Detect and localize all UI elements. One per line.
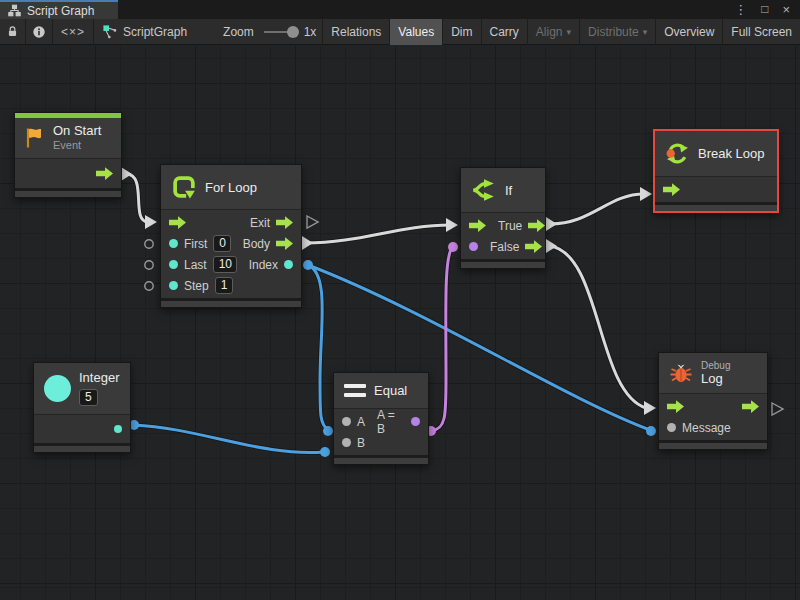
wire-onstart-to-forloop (126, 174, 148, 222)
condition-input-dot[interactable] (469, 242, 478, 251)
integer-output-dot[interactable] (114, 425, 122, 433)
close-icon[interactable]: × (782, 0, 790, 19)
node-if[interactable]: If True False (460, 167, 546, 269)
dim-button[interactable]: Dim (443, 19, 480, 45)
first-value-field[interactable]: 0 (213, 235, 230, 252)
for-loop-icon (171, 174, 197, 200)
port-label-exit: Exit (250, 216, 270, 230)
wire-equal-to-if-false (431, 248, 452, 431)
port-label-last: Last (184, 258, 207, 272)
flow-input-arrow[interactable] (667, 400, 684, 413)
edit-graph-button[interactable]: <×> (53, 19, 93, 45)
node-subtitle: Event (53, 139, 101, 152)
flow-input-arrow[interactable] (663, 183, 680, 196)
message-input-dot[interactable] (667, 423, 676, 432)
port-label-body: Body (243, 237, 270, 251)
break-loop-icon (665, 141, 690, 166)
values-button[interactable]: Values (390, 19, 442, 45)
result-output-dot[interactable] (411, 417, 420, 426)
b-input-dot[interactable] (342, 438, 351, 447)
zoom-slider[interactable] (264, 31, 296, 33)
bug-icon (669, 361, 693, 385)
graph-name-label: ScriptGraph (123, 25, 187, 39)
flow-output-arrow[interactable] (96, 167, 113, 180)
chevron-down-icon: ▾ (567, 27, 572, 37)
false-output-arrow[interactable] (525, 240, 542, 253)
wire-body-to-if (306, 225, 450, 243)
graph-toolbar: <×> ScriptGraph Zoom 1x Relations Values… (0, 19, 800, 45)
distribute-dropdown[interactable]: Distribute▾ (580, 19, 655, 45)
carry-button[interactable]: Carry (482, 19, 527, 45)
wire-true-to-breakloop (550, 194, 644, 224)
node-title: Log (701, 372, 730, 387)
node-on-start[interactable]: On Start Event (14, 112, 122, 198)
tab-title: Script Graph (27, 4, 94, 18)
node-equal[interactable]: Equal A A = B B (333, 372, 429, 465)
flow-input-arrow[interactable] (469, 219, 486, 232)
step-input-dot[interactable] (169, 281, 178, 290)
last-value-field[interactable]: 10 (213, 256, 237, 273)
flag-icon (25, 127, 45, 149)
node-footer (34, 443, 130, 452)
port-label-step: Step (184, 279, 209, 293)
port-label-result: A = B (377, 408, 405, 436)
node-title: For Loop (205, 180, 257, 195)
maximize-icon[interactable]: □ (761, 0, 768, 19)
index-output-dot[interactable] (284, 260, 293, 269)
node-debug-log[interactable]: Debug Log Message (658, 352, 768, 450)
node-footer (334, 455, 428, 464)
lock-icon (6, 25, 19, 38)
port-label-message: Message (682, 421, 731, 435)
port-label-first: First (184, 237, 207, 251)
tab-bar: Script Graph ⋮ □ × (0, 0, 800, 19)
info-icon (32, 25, 46, 39)
true-output-arrow[interactable] (528, 219, 545, 232)
graph-name-button[interactable]: ScriptGraph (94, 19, 195, 45)
relations-button[interactable]: Relations (323, 19, 389, 45)
node-footer (461, 259, 545, 268)
zoom-slider-handle[interactable] (287, 26, 299, 38)
wire-integer-to-equal-b (134, 425, 324, 453)
overview-button[interactable]: Overview (656, 19, 722, 45)
integer-value-field[interactable]: 5 (79, 389, 98, 406)
wire-index-to-equal-a (308, 265, 328, 430)
fullscreen-button[interactable]: Full Screen (723, 19, 800, 45)
node-break-loop[interactable]: Break Loop (653, 129, 779, 213)
flow-output-arrow[interactable] (742, 400, 759, 413)
node-integer[interactable]: Integer 5 (33, 362, 131, 453)
node-title: Integer (79, 371, 119, 386)
wire-false-to-debuglog (550, 246, 646, 408)
tab-script-graph[interactable]: Script Graph (0, 0, 118, 19)
window-controls: ⋮ □ × (734, 0, 800, 19)
node-for-loop[interactable]: For Loop Exit First 0 Body (160, 164, 302, 308)
node-title: On Start (53, 124, 101, 139)
port-label-b: B (357, 436, 365, 450)
step-value-field[interactable]: 1 (215, 277, 234, 294)
zoom-label: Zoom (223, 25, 254, 39)
port-label-a: A (357, 415, 365, 429)
equal-icon (344, 384, 366, 397)
exit-output-arrow[interactable] (276, 216, 293, 229)
align-dropdown[interactable]: Align▾ (528, 19, 579, 45)
integer-type-icon (44, 375, 71, 402)
graph-tree-icon (8, 4, 21, 17)
graph-canvas[interactable]: On Start Event For Loop (0, 46, 800, 600)
info-button[interactable] (26, 19, 52, 45)
first-input-dot[interactable] (169, 239, 178, 248)
flow-input-arrow[interactable] (169, 216, 186, 229)
lock-button[interactable] (0, 19, 25, 45)
chevron-down-icon: ▾ (643, 27, 648, 37)
node-title: If (505, 183, 512, 198)
port-label-index: Index (249, 258, 278, 272)
node-title: Break Loop (698, 146, 765, 161)
port-label-true: True (498, 219, 522, 233)
a-input-dot[interactable] (342, 417, 351, 426)
port-label-false: False (490, 240, 519, 254)
window-menu-icon[interactable]: ⋮ (734, 0, 747, 19)
last-input-dot[interactable] (169, 260, 178, 269)
script-graph-window: Script Graph ⋮ □ × <×> (0, 0, 800, 600)
body-output-arrow[interactable] (276, 237, 293, 250)
if-branch-icon (471, 177, 497, 203)
node-title: Equal (374, 383, 407, 398)
node-footer (15, 188, 121, 197)
